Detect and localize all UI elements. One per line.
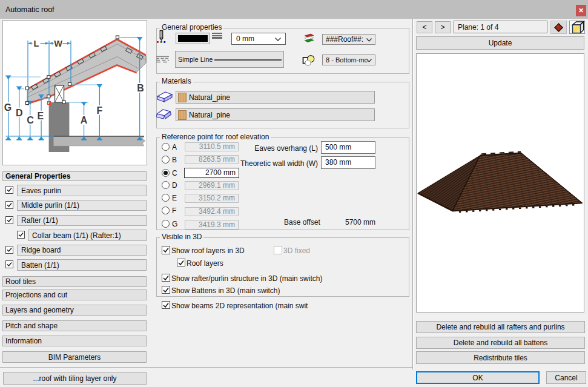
svg-text:D: D — [16, 108, 23, 118]
svg-text:F: F — [97, 105, 103, 116]
svg-text:E: E — [38, 111, 44, 121]
svg-text:G: G — [4, 102, 12, 113]
svg-text:C: C — [27, 115, 34, 125]
svg-text:W: W — [54, 39, 62, 48]
svg-text:B: B — [137, 83, 144, 93]
svg-text:L: L — [34, 39, 39, 48]
svg-text:A: A — [81, 115, 88, 125]
